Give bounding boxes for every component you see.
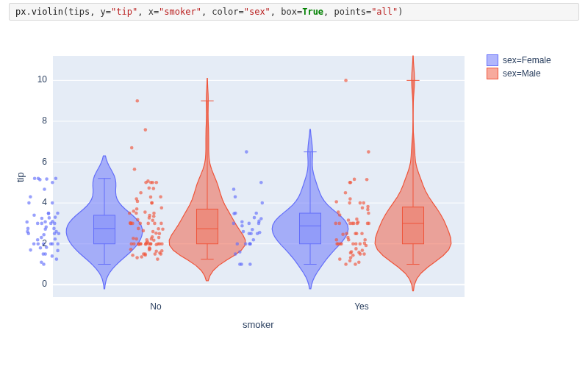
- svg-point-193: [232, 187, 236, 191]
- svg-point-144: [159, 196, 162, 199]
- svg-point-42: [40, 222, 44, 226]
- svg-point-228: [346, 236, 350, 240]
- svg-point-20: [29, 248, 32, 252]
- svg-point-223: [340, 242, 343, 246]
- svg-point-237: [352, 222, 356, 226]
- svg-point-99: [139, 242, 143, 246]
- legend-label: sex=Male: [503, 68, 541, 79]
- svg-point-32: [42, 233, 46, 237]
- svg-point-214: [361, 248, 365, 252]
- svg-point-134: [152, 212, 156, 215]
- code-text: px.violin(tips, y="tip", x="smoker", col…: [15, 7, 403, 17]
- svg-point-192: [234, 196, 237, 199]
- svg-point-75: [131, 254, 135, 257]
- svg-point-191: [261, 201, 265, 205]
- legend-item-female[interactable]: sex=Female: [487, 54, 551, 66]
- svg-point-167: [238, 251, 242, 254]
- legend-label: sex=Female: [503, 54, 551, 66]
- svg-point-259: [365, 178, 369, 182]
- svg-rect-159: [299, 213, 320, 244]
- svg-point-220: [337, 242, 340, 246]
- svg-point-109: [132, 237, 135, 240]
- svg-point-166: [234, 252, 237, 256]
- svg-point-240: [348, 222, 352, 226]
- legend-swatch-icon: [487, 54, 498, 66]
- svg-point-213: [350, 250, 354, 254]
- svg-point-182: [248, 222, 251, 226]
- svg-point-18: [42, 252, 46, 256]
- svg-point-85: [129, 248, 133, 251]
- x-tick-label: No: [150, 301, 161, 312]
- svg-point-153: [133, 168, 137, 171]
- svg-point-50: [48, 216, 51, 220]
- svg-point-242: [356, 221, 360, 224]
- svg-point-233: [355, 232, 359, 236]
- svg-point-114: [151, 230, 155, 234]
- svg-point-254: [334, 200, 338, 204]
- svg-point-49: [40, 217, 44, 221]
- svg-point-73: [135, 256, 139, 259]
- y-tick-label: 2: [25, 238, 47, 248]
- svg-point-179: [251, 228, 254, 232]
- legend-item-male[interactable]: sex=Male: [487, 68, 551, 79]
- svg-point-15: [55, 257, 59, 261]
- svg-point-229: [341, 232, 345, 236]
- legend-swatch-icon: [487, 68, 498, 79]
- svg-rect-68: [196, 209, 218, 243]
- svg-point-247: [337, 210, 340, 214]
- svg-point-234: [338, 222, 342, 226]
- svg-point-152: [146, 179, 150, 183]
- svg-point-165: [238, 262, 242, 266]
- svg-point-224: [363, 242, 367, 246]
- plot-panel: tip smoker 0246810NoYes: [9, 51, 487, 360]
- svg-point-26: [56, 242, 60, 246]
- svg-point-64: [37, 177, 40, 181]
- svg-point-95: [130, 242, 134, 246]
- plotly-figure[interactable]: tip smoker 0246810NoYes sex=Female sex=M…: [9, 51, 579, 360]
- svg-point-219: [359, 242, 362, 246]
- svg-point-116: [161, 227, 165, 231]
- svg-point-222: [351, 242, 355, 246]
- svg-point-102: [149, 242, 153, 246]
- svg-point-63: [33, 177, 37, 181]
- svg-point-202: [354, 262, 357, 266]
- svg-point-150: [155, 181, 159, 184]
- svg-point-36: [26, 230, 29, 234]
- svg-point-146: [152, 187, 156, 190]
- y-tick-label: 0: [25, 279, 47, 289]
- svg-point-156: [136, 99, 140, 103]
- svg-point-65: [54, 177, 58, 181]
- svg-rect-9: [93, 215, 115, 244]
- svg-point-186: [259, 217, 263, 221]
- svg-point-203: [344, 262, 348, 266]
- svg-point-54: [47, 212, 51, 215]
- svg-point-127: [151, 219, 154, 223]
- svg-point-39: [26, 227, 30, 231]
- legend: sex=Female sex=Male: [487, 51, 551, 360]
- svg-point-195: [245, 150, 248, 154]
- code-cell: px.violin(tips, y="tip", x="smoker", col…: [9, 3, 579, 21]
- svg-point-172: [236, 242, 240, 246]
- svg-point-252: [348, 201, 351, 205]
- svg-point-83: [160, 249, 164, 253]
- svg-point-48: [51, 220, 54, 223]
- svg-point-117: [157, 227, 160, 231]
- svg-point-261: [367, 150, 370, 154]
- plot-svg[interactable]: [9, 51, 487, 331]
- svg-point-143: [149, 196, 153, 199]
- svg-point-28: [51, 242, 54, 246]
- svg-point-108: [135, 237, 138, 241]
- svg-point-170: [244, 242, 248, 246]
- svg-point-251: [359, 201, 362, 205]
- svg-point-210: [362, 252, 366, 256]
- svg-point-239: [368, 222, 371, 226]
- svg-point-82: [154, 249, 158, 253]
- svg-point-136: [132, 209, 136, 213]
- svg-point-113: [154, 232, 158, 235]
- svg-point-226: [335, 238, 339, 242]
- svg-point-123: [159, 222, 163, 226]
- svg-point-74: [140, 255, 143, 259]
- svg-point-147: [148, 187, 151, 190]
- svg-point-59: [43, 187, 46, 191]
- svg-point-187: [253, 216, 257, 220]
